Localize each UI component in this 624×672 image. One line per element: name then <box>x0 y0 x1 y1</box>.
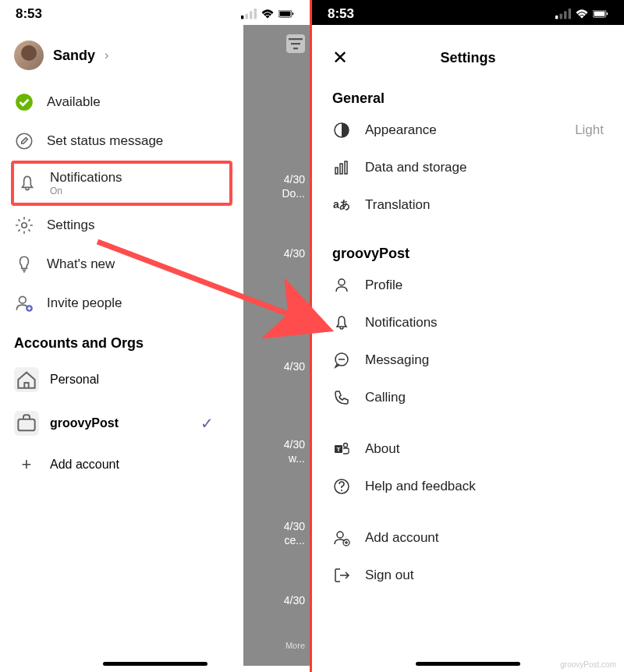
account-add[interactable]: + Add account <box>0 445 243 484</box>
settings-about[interactable]: T About <box>317 430 619 468</box>
menu-notifications[interactable]: Notifications On <box>17 170 226 196</box>
phone-icon <box>332 388 351 407</box>
svg-rect-12 <box>18 419 34 431</box>
section-general: General <box>317 83 619 111</box>
settings-label: Notifications <box>365 315 604 331</box>
menu-label: Settings <box>47 218 94 233</box>
settings-calling[interactable]: Calling <box>317 379 619 416</box>
translate-icon: aあ <box>332 196 351 214</box>
status-indicators <box>241 9 294 20</box>
lightbulb-icon <box>14 254 34 274</box>
filter-icon[interactable] <box>286 34 305 53</box>
teams-icon: T <box>332 440 351 458</box>
svg-point-10 <box>20 296 27 303</box>
profile-icon <box>332 276 351 295</box>
settings-signout[interactable]: Sign out <box>317 557 619 594</box>
svg-rect-14 <box>560 14 562 19</box>
plus-icon: + <box>14 454 39 475</box>
chat-icon <box>332 351 351 370</box>
half-circle-icon <box>332 121 351 140</box>
settings-label: Messaging <box>365 352 604 368</box>
bell-icon <box>332 313 351 332</box>
svg-rect-0 <box>241 16 243 19</box>
chat-backdrop: 4/30 Do... 4/30 4/30 4/30 w... 4/30 ce..… <box>243 25 310 666</box>
menu-whats-new[interactable]: What's new <box>0 245 243 284</box>
status-time: 8:53 <box>16 6 42 22</box>
svg-rect-3 <box>254 9 257 19</box>
menu-label: What's new <box>47 256 115 272</box>
svg-rect-16 <box>569 9 571 19</box>
settings-add-account[interactable]: Add account <box>317 519 619 557</box>
settings-value: Light <box>575 122 604 138</box>
close-icon[interactable]: ✕ <box>332 47 348 69</box>
menu-label: Invite people <box>47 295 122 311</box>
status-time: 8:53 <box>328 6 354 22</box>
svg-point-8 <box>16 133 32 149</box>
settings-label: Translation <box>365 197 604 213</box>
account-label: Add account <box>50 458 119 472</box>
settings-label: Help and feedback <box>365 479 604 494</box>
menu-available[interactable]: Available <box>0 83 243 122</box>
svg-rect-23 <box>345 161 347 174</box>
home-indicator <box>416 662 520 666</box>
status-bar-left: 8:53 <box>0 0 310 25</box>
bell-icon <box>17 173 37 193</box>
add-person-icon <box>332 529 351 547</box>
settings-help[interactable]: Help and feedback <box>317 468 619 505</box>
checkmark-icon: ✓ <box>200 414 214 433</box>
svg-rect-19 <box>607 12 608 15</box>
svg-rect-21 <box>335 168 338 174</box>
settings-translation[interactable]: aあ Translation <box>317 186 619 224</box>
svg-point-7 <box>16 94 33 111</box>
settings-messaging[interactable]: Messaging <box>317 341 619 379</box>
settings-label: Profile <box>365 278 604 293</box>
briefcase-icon <box>14 411 39 436</box>
svg-rect-5 <box>280 12 291 16</box>
svg-rect-18 <box>594 12 605 16</box>
settings-label: Add account <box>365 530 604 546</box>
account-groovypost[interactable]: groovyPost ✓ <box>0 401 243 445</box>
profile-row[interactable]: Sandy › <box>0 25 243 83</box>
svg-rect-2 <box>250 12 252 19</box>
svg-text:T: T <box>337 446 341 453</box>
menu-set-status[interactable]: Set status message <box>0 122 243 161</box>
settings-label: Appearance <box>365 122 561 138</box>
svg-point-30 <box>341 490 342 491</box>
settings-label: Data and storage <box>365 160 604 175</box>
settings-data-storage[interactable]: Data and storage <box>317 149 619 186</box>
settings-appearance[interactable]: Appearance Light <box>317 111 619 149</box>
account-label: Personal <box>50 373 99 387</box>
svg-point-9 <box>22 223 27 228</box>
home-indicator <box>103 662 207 666</box>
account-label: groovyPost <box>50 416 119 430</box>
status-indicators <box>555 9 608 20</box>
menu-sublabel: On <box>50 186 122 196</box>
notifications-highlight: Notifications On <box>11 161 232 206</box>
account-personal[interactable]: Personal <box>0 358 243 401</box>
watermark: groovyPost.com <box>560 660 616 669</box>
settings-notifications[interactable]: Notifications <box>317 304 619 341</box>
status-bar-right: 8:53 <box>312 0 624 25</box>
settings-label: Sign out <box>365 568 604 583</box>
invite-icon <box>14 293 34 313</box>
available-icon <box>14 92 34 112</box>
svg-rect-22 <box>340 164 342 174</box>
avatar <box>14 41 44 70</box>
home-icon <box>14 367 39 392</box>
settings-label: About <box>365 441 604 457</box>
svg-rect-15 <box>564 12 566 19</box>
menu-settings[interactable]: Settings <box>0 206 243 245</box>
svg-point-28 <box>344 444 348 447</box>
settings-profile[interactable]: Profile <box>317 267 619 304</box>
menu-invite[interactable]: Invite people <box>0 284 243 323</box>
help-icon <box>332 477 351 496</box>
signout-icon <box>332 566 351 585</box>
section-org: groovyPost <box>317 238 619 267</box>
menu-label: Available <box>47 94 101 110</box>
svg-rect-1 <box>246 14 248 19</box>
chevron-right-icon: › <box>105 48 108 62</box>
menu-label: Set status message <box>47 133 163 149</box>
gear-icon <box>14 215 34 235</box>
profile-name: Sandy <box>53 48 95 64</box>
svg-rect-6 <box>292 12 294 15</box>
